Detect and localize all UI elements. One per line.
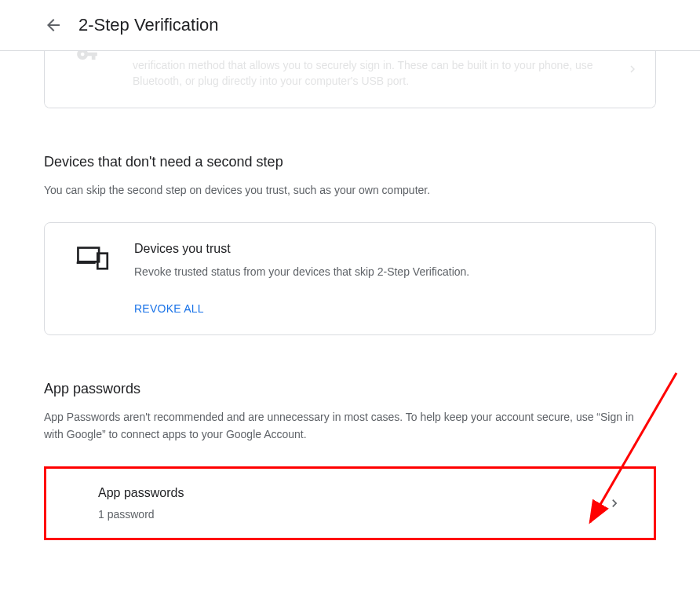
chevron-right-icon — [607, 495, 622, 511]
security-key-icon — [76, 51, 98, 65]
revoke-all-button[interactable]: REVOKE ALL — [134, 302, 204, 315]
app-passwords-card[interactable]: App passwords 1 password — [44, 466, 656, 540]
trusted-devices-section-desc: You can skip the second step on devices … — [44, 181, 656, 199]
security-key-description: verification method that allows you to s… — [133, 59, 593, 87]
app-passwords-count: 1 password — [98, 508, 607, 521]
svg-rect-1 — [77, 261, 96, 264]
chevron-right-icon — [625, 62, 640, 76]
back-arrow-icon[interactable] — [44, 16, 63, 35]
svg-rect-0 — [78, 248, 99, 262]
security-key-title: Security Key — [133, 51, 621, 53]
trusted-devices-section-title: Devices that don't need a second step — [44, 154, 656, 170]
app-passwords-section-desc: App Passwords aren't recommended and are… — [44, 408, 656, 443]
trusted-devices-section: Devices that don't need a second step Yo… — [44, 154, 656, 335]
main-content: Security Key verification method that al… — [0, 51, 700, 540]
page-header: 2-Step Verification — [0, 0, 700, 51]
security-key-card[interactable]: Security Key verification method that al… — [44, 51, 656, 108]
trusted-devices-card-title: Devices you trust — [134, 242, 624, 256]
trusted-devices-card: Devices you trust Revoke trusted status … — [44, 222, 656, 335]
page-title: 2-Step Verification — [78, 15, 219, 35]
trusted-devices-card-text: Revoke trusted status from your devices … — [134, 264, 624, 280]
devices-icon — [76, 242, 120, 270]
app-passwords-section: App passwords App Passwords aren't recom… — [44, 381, 656, 540]
app-passwords-section-title: App passwords — [44, 381, 656, 397]
app-passwords-card-title: App passwords — [98, 486, 607, 500]
